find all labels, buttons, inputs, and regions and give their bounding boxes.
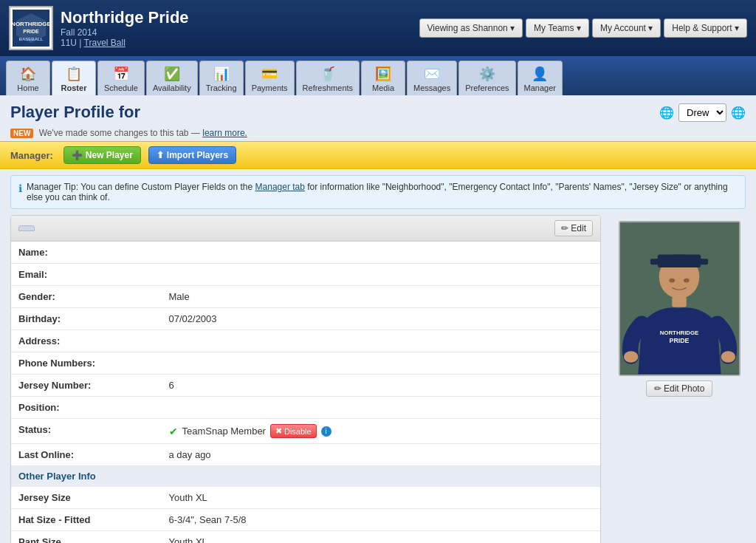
new-bar: NEW We've made some changes to this tab … (0, 125, 756, 141)
email-value (162, 264, 601, 286)
last-online-value: a day ago (162, 444, 601, 466)
tab-refreshments[interactable]: 🥤 Refreshments (296, 61, 360, 95)
media-icon: 🖼️ (375, 66, 391, 82)
nav-tabs: 🏠 Home 📋 Roster 📅 Schedule ✅ Availabilit… (0, 56, 756, 95)
tab-preferences-label: Preferences (465, 83, 509, 92)
phone-label: Phone Numbers: (11, 352, 162, 375)
disable-button[interactable]: ✖ Disable (270, 424, 317, 438)
svg-text:BASEBALL: BASEBALL (19, 37, 44, 41)
team-logo: NORTHRIDGE PRIDE BASEBALL (9, 6, 53, 50)
table-row: Pant Size Youth XL (11, 531, 600, 544)
pant-size-label: Pant Size (11, 531, 162, 544)
logo-area: NORTHRIDGE PRIDE BASEBALL Northridge Pri… (9, 6, 189, 50)
status-value: ✔ TeamSnap Member ✖ Disable i (162, 419, 601, 444)
main-layout: ✏ Edit Name: Email: Gender: Male Birthda… (0, 215, 756, 543)
table-row: Status: ✔ TeamSnap Member ✖ Disable i (11, 419, 600, 444)
schedule-icon: 📅 (113, 66, 129, 82)
table-row: Jersey Number: 6 (11, 375, 600, 397)
tab-availability-label: Availability (153, 83, 191, 92)
viewing-as-button[interactable]: Viewing as Shannon ▾ (419, 18, 523, 38)
my-teams-button[interactable]: My Teams ▾ (526, 18, 589, 38)
other-info-header-row: Other Player Info (11, 466, 600, 487)
table-row: Phone Numbers: (11, 352, 600, 375)
page-title: Player Profile for (10, 103, 140, 122)
team-info: Northridge Pride Fall 2014 11U | Travel … (61, 8, 189, 48)
edit-photo-button[interactable]: ✏ Edit Photo (646, 380, 713, 397)
table-row: Jersey Size Youth XL (11, 487, 600, 509)
x-icon: ✖ (275, 426, 282, 436)
tab-availability[interactable]: ✅ Availability (146, 61, 198, 95)
photo-area: NORTHRIDGE PRIDE ✏ Edit Photo (613, 215, 746, 543)
profile-card-header: ✏ Edit (11, 216, 600, 242)
tab-messages-label: Messages (413, 83, 450, 92)
jersey-number-label: Jersey Number: (11, 375, 162, 397)
tab-roster[interactable]: 📋 Roster (52, 61, 96, 95)
info-icon[interactable]: i (321, 426, 331, 437)
gender-value: Male (162, 286, 601, 308)
payments-icon: 💳 (261, 66, 278, 82)
status-label: Status: (11, 419, 162, 444)
tab-home-label: Home (17, 83, 38, 92)
table-row: Address: (11, 330, 600, 352)
edit-button[interactable]: ✏ Edit (554, 220, 593, 236)
address-value (162, 330, 601, 352)
tab-payments[interactable]: 💳 Payments (245, 61, 295, 95)
manager-icon: 👤 (532, 66, 548, 82)
tab-refreshments-label: Refreshments (303, 83, 353, 92)
tab-manager[interactable]: 👤 Manager (518, 61, 563, 95)
tab-roster-label: Roster (61, 83, 87, 92)
page-content: Player Profile for 🌐 Drew 🌐 NEW We've ma… (0, 95, 756, 543)
tip-info-icon: ℹ (18, 182, 22, 194)
svg-point-16 (623, 351, 638, 363)
address-label: Address: (11, 330, 162, 352)
team-season: Fall 2014 11U | Travel Ball (61, 27, 189, 48)
globe-right-icon[interactable]: 🌐 (731, 106, 746, 120)
tab-messages[interactable]: ✉️ Messages (407, 61, 457, 95)
svg-text:PRIDE: PRIDE (23, 29, 39, 34)
table-row: Position: (11, 397, 600, 419)
my-account-button[interactable]: My Account ▾ (592, 18, 661, 38)
top-header: NORTHRIDGE PRIDE BASEBALL Northridge Pri… (0, 0, 756, 56)
import-players-button[interactable]: ⬆ Import Players (148, 146, 236, 164)
plus-icon: ➕ (72, 150, 83, 160)
hat-fitted-value: 6-3/4", Sean 7-5/8 (162, 509, 601, 531)
table-row: Email: (11, 264, 600, 286)
tab-schedule[interactable]: 📅 Schedule (97, 61, 145, 95)
refreshments-icon: 🥤 (320, 66, 336, 82)
status-text: TeamSnap Member (182, 426, 266, 437)
profile-table: Name: Email: Gender: Male Birthday: 07/0… (11, 242, 600, 543)
svg-text:NORTHRIDGE: NORTHRIDGE (659, 329, 698, 336)
email-label: Email: (11, 264, 162, 286)
travel-ball-link[interactable]: Travel Ball (84, 38, 126, 48)
tab-media[interactable]: 🖼️ Media (361, 61, 405, 95)
position-label: Position: (11, 397, 162, 419)
learn-more-link[interactable]: learn more. (202, 128, 247, 138)
globe-icon[interactable]: 🌐 (659, 106, 674, 120)
tab-preferences[interactable]: ⚙️ Preferences (458, 61, 515, 95)
other-info-header: Other Player Info (11, 466, 600, 487)
new-player-button[interactable]: ➕ New Player (63, 146, 141, 164)
tab-schedule-label: Schedule (104, 83, 138, 92)
pant-size-value: Youth XL (162, 531, 601, 544)
gender-label: Gender: (11, 286, 162, 308)
import-icon: ⬆ (157, 150, 164, 160)
profile-header: Player Profile for 🌐 Drew 🌐 (0, 95, 756, 125)
manager-bar: Manager: ➕ New Player ⬆ Import Players (0, 141, 756, 169)
svg-point-12 (683, 279, 689, 283)
manager-tab-link[interactable]: Manager tab (255, 182, 305, 192)
tab-tracking[interactable]: 📊 Tracking (199, 61, 244, 95)
birthday-value: 07/02/2003 (162, 308, 601, 330)
player-selector[interactable]: Drew (678, 103, 726, 122)
tip-text: Manager Tip: You can define Custom Playe… (27, 182, 252, 192)
profile-header-right: 🌐 Drew 🌐 (659, 103, 746, 122)
tip-box: ℹ Manager Tip: You can define Custom Pla… (10, 175, 746, 209)
help-button[interactable]: Help & Support ▾ (664, 18, 747, 38)
last-online-label: Last Online: (11, 444, 162, 466)
table-row: Last Online: a day ago (11, 444, 600, 466)
birthday-label: Birthday: (11, 308, 162, 330)
svg-text:PRIDE: PRIDE (669, 337, 689, 344)
tab-media-label: Media (372, 83, 394, 92)
messages-icon: ✉️ (424, 66, 440, 82)
tab-home[interactable]: 🏠 Home (6, 61, 50, 95)
tab-manager-label: Manager (524, 83, 556, 92)
